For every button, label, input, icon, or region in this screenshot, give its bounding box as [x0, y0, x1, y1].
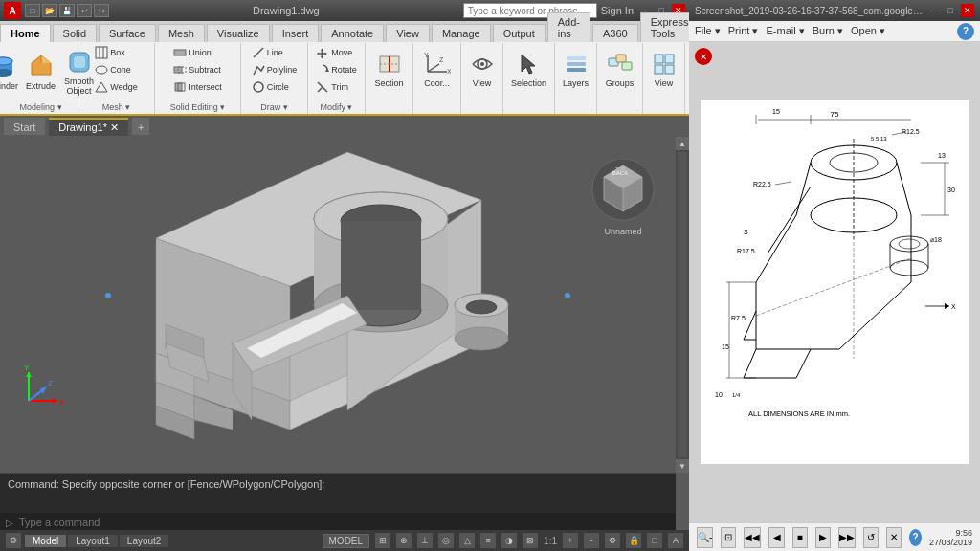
play-btn[interactable]: ▶ [815, 527, 831, 548]
image-viewer-menu-bar: File ▾ Print ▾ E-mail ▾ Burn ▾ Open ▾ ? [689, 21, 980, 42]
mesh-btn-2[interactable]: Cone [93, 62, 139, 77]
model-tab[interactable]: Model [25, 535, 66, 547]
lineweight-btn[interactable]: ≡ [480, 533, 496, 548]
scroll-down-btn[interactable]: ▼ [676, 459, 689, 473]
close-image-btn[interactable]: ✕ [695, 48, 712, 65]
mesh-btn-3[interactable]: Wedge [93, 79, 139, 95]
help-btn[interactable]: ? [957, 23, 974, 40]
svg-text:15: 15 [722, 343, 729, 350]
command-prompt-icon: ▷ [6, 518, 13, 528]
nav-cube[interactable]: BACK TOP Unnamed [590, 156, 657, 223]
settings-btn[interactable]: ⚙ [6, 533, 21, 548]
new-file-btn[interactable]: □ [25, 4, 40, 17]
tab-a360[interactable]: A360 [592, 24, 638, 42]
redo-btn[interactable]: ↪ [94, 4, 109, 17]
tab-mesh[interactable]: Mesh [158, 24, 205, 42]
viewport[interactable]: [-][Custom View][Realistic] [0, 137, 689, 530]
status-bar-right: MODEL ⊞ ⊕ ⊥ ◎ △ ≡ ◑ ⊠ 1:1 + - ⚙ 🔒 □ A [323, 533, 683, 548]
cylinder-btn[interactable]: Cylinder [0, 48, 21, 98]
command-input[interactable] [19, 517, 670, 528]
extrude-btn[interactable]: Extrude [23, 48, 59, 98]
modify-move-btn[interactable]: Move [314, 45, 359, 60]
tab-manage[interactable]: Manage [432, 24, 491, 42]
svg-marker-13 [96, 82, 107, 92]
snap-btn[interactable]: ⊕ [396, 533, 412, 548]
svg-marker-84 [53, 398, 57, 404]
print-menu[interactable]: Print ▾ [728, 25, 759, 37]
tab-home[interactable]: Home [0, 24, 51, 42]
section-btn[interactable]: Section [371, 45, 408, 95]
tab-view[interactable]: View [386, 24, 430, 42]
prev-page-btn[interactable]: ◀◀ [744, 527, 761, 548]
mesh-btn-1[interactable]: Box [93, 45, 139, 60]
svg-point-74 [105, 293, 111, 298]
scroll-up-btn[interactable]: ▲ [676, 137, 689, 150]
file-menu[interactable]: File ▾ [695, 25, 721, 37]
svg-point-61 [455, 327, 508, 350]
start-tab[interactable]: Start [4, 118, 45, 135]
modify-trim-btn[interactable]: Trim [314, 79, 359, 95]
model-btn[interactable]: MODEL [323, 534, 370, 548]
layers-btn[interactable]: Layers [558, 45, 594, 95]
tab-insert[interactable]: Insert [272, 24, 320, 42]
tab-surface[interactable]: Surface [99, 24, 156, 42]
save-btn[interactable]: 💾 [59, 4, 75, 17]
model-area[interactable]: BACK TOP Unnamed X Y Z [0, 137, 676, 473]
scroll-track[interactable] [678, 152, 687, 457]
selection-cycling-btn[interactable]: ⊠ [523, 533, 538, 548]
close-view-btn[interactable]: ✕ [886, 527, 902, 548]
draw-polyline-btn[interactable]: Polyline [250, 62, 300, 77]
open-menu[interactable]: Open ▾ [851, 25, 885, 37]
groups-btn[interactable]: Groups [602, 45, 638, 95]
zoom-out-btn[interactable]: - [584, 533, 599, 548]
undo-btn[interactable]: ↩ [77, 4, 92, 17]
zoom-in-btn[interactable]: + [563, 533, 578, 548]
workspaces-btn[interactable]: ⚙ [605, 533, 620, 548]
image-display-area: ✕ 75 R12.5 R22.5 R17.5 R7.5 [689, 42, 980, 522]
anno-scale-btn[interactable]: A [668, 533, 683, 548]
grid-btn[interactable]: ⊞ [375, 533, 390, 548]
drawing1-tab[interactable]: Drawing1* ✕ [49, 118, 128, 136]
selection-btn[interactable]: Selection [511, 45, 547, 95]
draw-line-btn[interactable]: Line [250, 45, 300, 60]
next-btn[interactable]: ▶▶ [838, 527, 856, 548]
osnap-btn[interactable]: △ [459, 533, 475, 548]
open-btn[interactable]: 📂 [42, 4, 57, 17]
sign-in-btn[interactable]: Sign In [601, 5, 634, 16]
solid-edit-btn-2[interactable]: Subtract [171, 62, 224, 77]
bottom-help-btn[interactable]: ? [909, 529, 922, 546]
tab-addins[interactable]: Add-ins [547, 12, 590, 42]
tab-visualize[interactable]: Visualize [207, 24, 270, 42]
viewer-maximize-btn[interactable]: □ [944, 4, 957, 17]
layout1-tab[interactable]: Layout1 [68, 535, 118, 547]
modify-rotate-btn[interactable]: Rotate [314, 62, 359, 77]
viewport-controls-btn[interactable]: □ [647, 533, 662, 548]
view2-btn[interactable]: View [646, 45, 682, 95]
polar-btn[interactable]: ◎ [438, 533, 454, 548]
prev-btn[interactable]: ◀ [768, 527, 784, 548]
draw-circle-btn[interactable]: Circle [250, 79, 300, 95]
viewer-minimize-btn[interactable]: ─ [926, 4, 940, 17]
fit-page-btn[interactable]: ⊡ [721, 527, 736, 548]
tab-output[interactable]: Output [493, 24, 546, 42]
solid-edit-btn-3[interactable]: Intersect [171, 79, 224, 95]
lock-btn[interactable]: 🔒 [626, 533, 641, 548]
view-label: View [473, 79, 491, 89]
new-tab-btn[interactable]: + [132, 118, 149, 135]
tab-annotate[interactable]: Annotate [321, 24, 384, 42]
transparency-btn[interactable]: ◑ [501, 533, 517, 548]
burn-menu[interactable]: Burn ▾ [813, 25, 843, 37]
view-btn[interactable]: View [464, 45, 501, 95]
ortho-btn[interactable]: ⊥ [417, 533, 433, 548]
tab-solid[interactable]: Solid [53, 24, 97, 42]
stop-btn[interactable]: ■ [792, 527, 808, 548]
refresh-btn[interactable]: ↺ [863, 527, 879, 548]
email-menu[interactable]: E-mail ▾ [766, 25, 804, 37]
scrollbar-right[interactable]: ▲ ▼ [676, 137, 689, 473]
svg-text:R12.5: R12.5 [902, 128, 920, 135]
viewer-close-btn[interactable]: ✕ [961, 4, 974, 17]
layout2-tab[interactable]: Layout2 [120, 535, 169, 547]
coord-btn[interactable]: X Y Z Coor... [419, 45, 456, 95]
zoom-out-view-btn[interactable]: 🔍- [697, 527, 713, 548]
solid-edit-btn-1[interactable]: Union [171, 45, 224, 60]
